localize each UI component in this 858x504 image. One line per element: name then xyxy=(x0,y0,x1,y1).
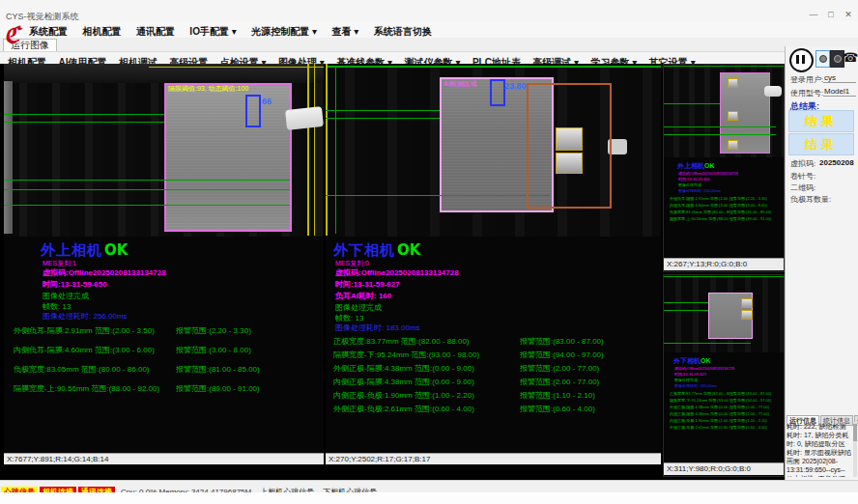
thumb1-image[interactable] xyxy=(664,65,784,157)
alert-range-text: 报警范围:(2.20 - 3.30) xyxy=(176,325,251,336)
measure-row: 外侧负耳-隔膜:2.91mm 范围:(2.00 - 3.50)报警范围:(2.2… xyxy=(670,196,784,201)
guide-line xyxy=(326,110,440,111)
measure-text: 外侧正极-负极:2.61mm 范围:(0.60 - 4.00) xyxy=(670,425,729,430)
alert-range-text: 报警范围:(83.00 - 87.00) xyxy=(520,336,604,347)
thumb1-camera-name: 外上相机 xyxy=(677,162,704,169)
minimize-button[interactable]: — xyxy=(806,9,821,20)
measure-text: 内侧负耳-隔膜:4.60mm 范围:(3.00 - 6.00) xyxy=(14,345,176,355)
measure-marker-value: 66 xyxy=(262,97,272,106)
thumb-upper-camera[interactable]: 外上相机OK 虚拟码:Offline20250208133134728 时间:1… xyxy=(663,64,785,272)
handset-icon[interactable]: ☎ xyxy=(843,50,855,66)
measure-row: 正极宽度:83.77mm 范围:(82.00 - 88.00)报警范围:(83.… xyxy=(333,336,604,347)
maximize-button[interactable]: □ xyxy=(823,9,839,20)
tool-bar: 相机配置 AI使用配置 相机调试 高级设置 点检设置 ▾ 图像处理 ▾ 基准线参… xyxy=(0,52,785,64)
measure-text: 外侧负耳-隔膜:2.91mm 范围:(2.00 - 3.50) xyxy=(14,325,176,336)
measure-row: 内侧负耳-隔膜:4.60mm 范围:(3.00 - 6.00)报警范围:(3.0… xyxy=(14,345,260,355)
camera-1-icon[interactable] xyxy=(815,50,830,68)
tab-flag xyxy=(728,111,738,121)
thumb2-pixel-status: X:311;Y:980;R:0;G:0;B:0 xyxy=(664,462,784,475)
measure-row: 隔膜宽度-下:95.24mm 范围:(93.00 - 98.00)报警范围:(9… xyxy=(670,398,784,403)
close-button[interactable]: ✕ xyxy=(841,9,856,20)
measure-text: 隔膜宽度-上:90.56mm 范围:(88.00 - 92.00) xyxy=(14,383,176,394)
tab-connector-blob xyxy=(764,86,782,97)
measure-row: 负极宽度:83.05mm 范围:(80.00 - 86.00)报警范围:(81.… xyxy=(14,364,260,375)
measure-row: 外侧正极-隔膜:4.38mm 范围:(0.00 - 9.00)报警范围:(2.0… xyxy=(333,363,604,374)
left-camera-name: 外上相机 xyxy=(41,241,102,259)
alert-range-text: 报警范围:(94.00 - 97.00) xyxy=(520,350,604,360)
alert-range-text: 报警范围:(2.20 - 3.30) xyxy=(729,196,767,201)
thumb2-image[interactable] xyxy=(664,275,784,352)
center-camera-title: 外下相机OK xyxy=(333,241,420,260)
time-line: 时间:13-31-59-627 xyxy=(335,279,400,290)
qr-code-label: 二维码: xyxy=(790,182,815,193)
thumb2-camera-name: 外下相机 xyxy=(673,357,701,364)
guide-line xyxy=(314,64,315,236)
guide-line xyxy=(664,343,751,344)
negative-tab-count-label: 负极耳数量: xyxy=(790,194,831,205)
measure-text: 外侧负耳-隔膜:2.91mm 范围:(2.00 - 3.50) xyxy=(670,196,729,201)
left-camera-view[interactable]: 隔膜阈值:93, 动态阈值:100 66 外上相机OK MES复判:1 虚拟码:… xyxy=(4,64,324,464)
measure-row: 隔膜宽度-上:90.56mm 范围:(88.00 - 92.00)报警范围:(8… xyxy=(670,216,784,221)
login-user-value[interactable]: cys xyxy=(823,73,856,83)
guide-line xyxy=(4,114,164,115)
measure-text: 外侧正极-负极:2.61mm 范围:(0.60 - 4.00) xyxy=(333,404,520,414)
guide-line xyxy=(4,205,290,206)
alert-range-text: 报警范围:(2.00 - 77.00) xyxy=(729,411,769,416)
tab-flag xyxy=(728,78,738,88)
thumb2-code-line: 虚拟码:Offline20250208133134728 xyxy=(674,366,734,371)
measure-text: 隔膜宽度-上:90.56mm 范围:(88.00 - 92.00) xyxy=(670,216,729,221)
run-log-text: 耗时: 222, 缺陷检测耗时: 17, 缺陷分类耗时: 0, 缺陷提取分区耗时… xyxy=(786,422,851,477)
measure-text: 内侧正极-隔膜:4.38mm 范围:(0.00 - 9.00) xyxy=(333,377,520,387)
measure-text: 隔膜宽度-下:95.24mm 范围:(93.00 - 98.00) xyxy=(333,350,520,360)
guide-line xyxy=(4,180,290,181)
measure-row: 外侧正极-负极:2.61mm 范围:(0.60 - 4.00)报警范围:(0.6… xyxy=(670,425,784,430)
guide-line xyxy=(307,64,309,236)
measure-text: 内侧正极-负极:1.90mm 范围:(1.00 - 2.20) xyxy=(670,418,729,423)
thumb1-pixel-status: X:267;Y:13;R:0;G:0;B:0 xyxy=(664,258,784,270)
measure-text: 外侧正极-隔膜:4.38mm 范围:(0.00 - 9.00) xyxy=(670,405,729,409)
model-value[interactable]: Model1 xyxy=(823,87,856,97)
log-scrollbar[interactable] xyxy=(853,422,857,477)
threshold-overlay-label: 隔膜阈值:93, 动态阈值:100 xyxy=(168,84,248,94)
guide-line xyxy=(4,189,290,190)
center-camera-name: 外下相机 xyxy=(333,241,395,259)
center-measurements: 正极宽度:83.77mm 范围:(82.00 - 88.00)报警范围:(83.… xyxy=(333,336,604,417)
model-label: 使用型号: xyxy=(790,88,823,98)
alert-range-text: 报警范围:(0.60 - 4.00) xyxy=(729,425,767,430)
guide-line xyxy=(326,195,550,196)
thumb1-time-line: 时间:13-31-59-650 xyxy=(678,177,710,182)
thumb1-result: OK xyxy=(704,162,715,169)
elapsed-line: 图像处理耗时: 183.00ms xyxy=(335,322,420,333)
measure-text: 外侧正极-隔膜:4.38mm 范围:(0.00 - 9.00) xyxy=(333,363,520,374)
measure-row: 内侧正极-隔膜:4.38mm 范围:(0.00 - 9.00)报警范围:(2.0… xyxy=(670,411,784,416)
app-logo-icon: ℭ xyxy=(4,22,19,47)
measure-row: 外侧负耳-隔膜:2.91mm 范围:(2.00 - 3.50)报警范围:(2.2… xyxy=(14,325,260,336)
alert-range-text: 报警范围:(94.00 - 97.00) xyxy=(729,398,771,403)
guide-line xyxy=(326,66,661,68)
thumb2-elapsed-line: 图像处理耗时: 183.00ms xyxy=(674,383,717,388)
thumb1-title: 外上相机OK xyxy=(677,161,715,171)
winding-pin-label: 卷针号: xyxy=(790,171,815,182)
menu-bar: 系统配置 相机配置 通讯配置 IO手配置 ▾ 光源控制配置 ▾ 查看 ▾ 系统语… xyxy=(0,21,858,38)
done-line: 图像处理完成 xyxy=(43,291,89,301)
guide-line xyxy=(664,310,708,311)
measure-row: 外侧正极-隔膜:4.38mm 范围:(0.00 - 9.00)报警范围:(2.0… xyxy=(670,405,784,409)
left-measurements: 外侧负耳-隔膜:2.91mm 范围:(2.00 - 3.50)报警范围:(2.2… xyxy=(14,325,260,403)
pause-icon xyxy=(796,55,799,64)
measure-row: 内侧正极-隔膜:4.38mm 范围:(0.00 - 9.00)报警范围:(2.0… xyxy=(333,377,604,387)
center-pixel-status: X:270;Y:2502;R:17;G:17;B:17 xyxy=(326,453,661,464)
measure-text: 隔膜宽度-下:95.24mm 范围:(93.00 - 98.00) xyxy=(670,398,729,403)
center-camera-view[interactable]: AI检测区域 23.80 外下相机OK MES复判:0 虚拟码:Offline2… xyxy=(326,64,661,464)
center-camera-image[interactable]: AI检测区域 23.80 xyxy=(326,64,661,237)
pause-button[interactable] xyxy=(789,48,814,72)
time-line: 时间:13-31-59-650 xyxy=(43,279,107,290)
scrollbar-thumb[interactable] xyxy=(853,424,857,441)
thumb-lower-camera[interactable]: 外下相机OK 虚拟码:Offline20250208133134728 时间:1… xyxy=(663,274,785,477)
measure-row: 内侧负耳-隔膜:4.60mm 范围:(3.00 - 6.00)报警范围:(3.0… xyxy=(670,203,784,208)
tab-flag xyxy=(741,310,753,320)
left-camera-image[interactable]: 隔膜阈值:93, 动态阈值:100 66 xyxy=(4,64,324,237)
tab-flag xyxy=(728,140,738,150)
ai-time-line: 负耳AI耗时: 160 xyxy=(335,291,391,301)
thumb2-title: 外下相机OK xyxy=(673,356,711,366)
measure-marker-box xyxy=(490,79,505,106)
